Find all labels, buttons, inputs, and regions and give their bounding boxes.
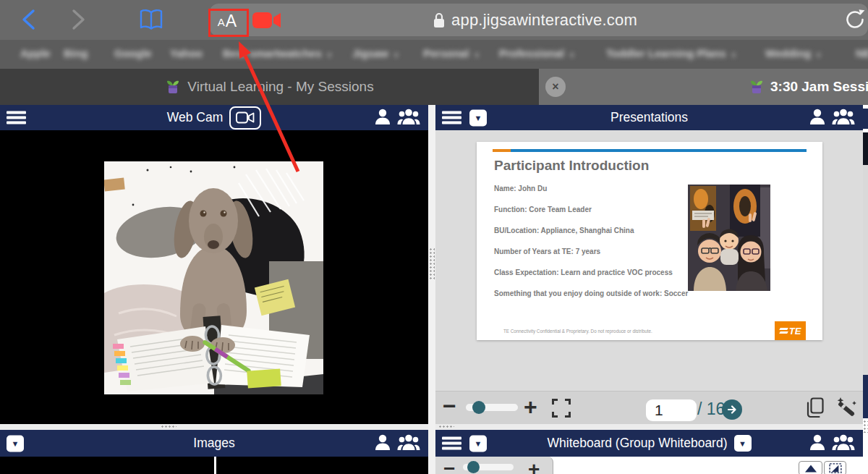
whiteboard-panel-header: ▼ Whiteboard (Group Whiteboard) ▼	[435, 430, 863, 457]
chevron-down-icon: ▼	[739, 439, 746, 448]
splitter-grip[interactable]	[863, 420, 868, 433]
magic-wand-icon	[835, 397, 857, 418]
horizontal-splitter[interactable]	[0, 424, 428, 430]
zoom-slider-thumb[interactable]	[467, 461, 480, 473]
copy-pages-button[interactable]	[807, 397, 824, 421]
webcam-video-area	[0, 130, 428, 424]
splitter-grip[interactable]	[429, 247, 435, 281]
jigsaw-favicon-icon	[749, 79, 765, 95]
bookmark-item[interactable]: Bing	[64, 47, 88, 59]
bookmarks-bar: Apple Bing Google Yahoo Best smartwatche…	[0, 40, 868, 69]
participants-group-icon[interactable]	[396, 433, 421, 454]
chevron-down-icon: ∨	[569, 51, 574, 59]
bookmark-folder[interactable]: Personal∨	[423, 47, 480, 59]
scroll-up-button[interactable]	[799, 461, 822, 474]
tab-virtual-learning[interactable]: Virtual Learning - My Sessions	[0, 69, 539, 105]
presentation-slide: Participant Introduction Name: John Du F…	[477, 142, 822, 340]
page-number-input[interactable]	[646, 399, 697, 421]
copy-icon	[807, 397, 824, 418]
chevron-down-icon: ∨	[816, 51, 821, 59]
fullscreen-icon	[552, 399, 571, 418]
url-display: app.jigsawinteractive.com	[246, 4, 825, 36]
right-scroll-strip	[863, 105, 868, 474]
slide-line: Something that you enjoy doing outside o…	[494, 289, 688, 297]
arrow-right-icon	[727, 405, 737, 415]
book-icon	[139, 8, 163, 31]
webcam-badge-button[interactable]	[229, 106, 261, 130]
presentation-viewer: Participant Introduction Name: John Du F…	[435, 130, 863, 391]
participants-group-icon[interactable]	[831, 433, 856, 454]
te-logo-bars	[780, 327, 788, 335]
fullscreen-button[interactable]	[552, 399, 571, 420]
bookmark-folder[interactable]: Best smartwatches∨	[223, 47, 332, 59]
forward-button[interactable]	[67, 7, 91, 32]
lock-icon	[433, 12, 445, 28]
back-button[interactable]	[16, 7, 41, 32]
bookmark-folder[interactable]: Jigsaw∨	[352, 47, 399, 59]
image-cell-divider	[214, 457, 216, 474]
slide-family-photo	[688, 185, 770, 291]
chevron-down-icon: ∨	[731, 51, 736, 59]
zoom-slider-thumb[interactable]	[472, 401, 485, 414]
images-content	[0, 457, 428, 474]
back-icon	[20, 8, 37, 31]
strip-panel-sliver	[863, 375, 868, 418]
whiteboard-select-dropdown[interactable]: ▼	[734, 435, 752, 452]
horizontal-splitter[interactable]	[435, 424, 863, 430]
tab-jam-session[interactable]: 3:30 Jam Session	[539, 69, 868, 105]
images-panel-header: ▼ Images	[0, 430, 428, 457]
webcam-panel-header: Web Cam	[0, 105, 428, 130]
slide-line: Class Expectation: Learn and practice VO…	[494, 268, 673, 276]
bookmark-folder[interactable]: Toddler Learning Plans∨	[606, 47, 736, 59]
slide-line: Name: John Du	[494, 185, 547, 192]
page-total: / 16	[697, 399, 725, 419]
bookmark-item[interactable]: Google	[114, 47, 152, 59]
refresh-button[interactable]	[843, 8, 867, 34]
video-camera-icon	[236, 111, 255, 124]
bookmark-item[interactable]: Yahoo	[170, 47, 203, 59]
chevron-down-icon: ∨	[474, 51, 479, 59]
participants-group-icon[interactable]	[396, 108, 421, 128]
presentations-panel-title: Presentations	[610, 110, 688, 125]
zoom-in-button[interactable]: +	[528, 458, 540, 474]
whiteboard-toolbar: − +	[435, 457, 553, 474]
bookmark-item[interactable]: Apple	[20, 47, 51, 59]
tab-close-button[interactable]: ×	[545, 77, 566, 97]
tab-title: Virtual Learning - My Sessions	[187, 79, 373, 95]
splitter-grip[interactable]	[161, 425, 176, 429]
participant-icon[interactable]	[375, 108, 391, 128]
chevron-down-icon: ∨	[327, 51, 332, 59]
splitter-grip[interactable]	[438, 425, 454, 429]
bookmark-folder[interactable]: Professional∨	[499, 47, 574, 59]
zoom-out-button[interactable]: −	[443, 393, 456, 420]
scrollbar-thumb[interactable]	[863, 132, 868, 165]
tab-title: 3:30 Jam Session	[770, 79, 868, 95]
jigsaw-favicon-icon	[165, 79, 181, 95]
zoom-in-button[interactable]: +	[524, 394, 537, 420]
strip-header-sliver	[863, 109, 868, 129]
next-page-button[interactable]	[722, 399, 742, 420]
participant-icon[interactable]	[375, 433, 391, 454]
slide-title: Participant Introduction	[494, 158, 649, 174]
browser-toolbar: AA app.jigsawinteractive.com	[0, 0, 868, 40]
url-text: app.jigsawinteractive.com	[451, 11, 637, 30]
scrollbar-track[interactable]	[863, 165, 868, 375]
forward-icon	[70, 8, 88, 31]
images-panel-title: Images	[193, 436, 234, 451]
participant-icon[interactable]	[809, 108, 825, 128]
participant-icon[interactable]	[809, 433, 825, 454]
presentation-toolbar: − + / 16	[435, 391, 863, 425]
chevron-down-icon: ∨	[393, 51, 399, 59]
vertical-splitter[interactable]	[428, 105, 435, 474]
zoom-out-button[interactable]: −	[443, 457, 455, 474]
whiteboard-panel-title: Whiteboard (Group Whiteboard)	[548, 436, 728, 451]
presentations-panel-header: ▼ Presentations	[435, 105, 863, 130]
pan-tool-button[interactable]	[824, 461, 846, 474]
bookmarks-button[interactable]	[139, 7, 163, 32]
slide-line: Function: Core Team Leader	[494, 206, 592, 213]
bookmark-item[interactable]: NETF	[856, 47, 868, 59]
bookmark-folder[interactable]: Wedding∨	[765, 47, 821, 59]
annotate-wand-button[interactable]	[835, 397, 857, 421]
participants-group-icon[interactable]	[831, 108, 856, 128]
close-icon: ×	[552, 80, 558, 93]
